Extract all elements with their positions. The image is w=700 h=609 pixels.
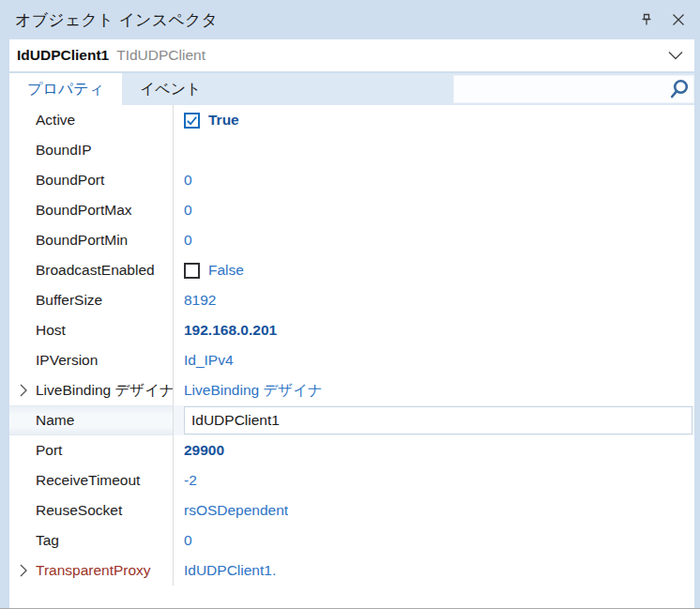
property-name-cell[interactable]: BoundPortMin <box>9 225 174 255</box>
property-value-cell[interactable]: LiveBinding デザイナ <box>174 375 694 405</box>
property-value: 29900 <box>184 442 224 459</box>
property-row[interactable]: TransparentProxyIdUDPClient1. <box>9 556 694 586</box>
property-row[interactable]: BoundPortMax0 <box>9 195 694 225</box>
checkbox-unchecked-icon[interactable] <box>184 263 200 279</box>
property-name: BoundPortMax <box>36 202 132 219</box>
property-row[interactable]: Host192.168.0.201 <box>9 315 694 345</box>
property-name: BufferSize <box>36 292 102 309</box>
property-value-cell[interactable]: 0 <box>174 195 694 225</box>
property-name: BroadcastEnabled <box>36 262 155 279</box>
property-value-cell[interactable]: IdUDPClient1. <box>174 556 694 586</box>
checkbox-checked-icon[interactable] <box>184 113 200 129</box>
property-value: 8192 <box>184 292 216 309</box>
property-name-cell[interactable]: BufferSize <box>9 285 174 315</box>
close-icon[interactable] <box>670 11 687 28</box>
property-row[interactable]: ActiveTrue <box>9 105 694 135</box>
property-value-cell[interactable]: 0 <box>174 225 694 255</box>
property-grid: ActiveTrueBoundIPBoundPort0BoundPortMax0… <box>9 105 694 608</box>
search-box <box>453 75 694 103</box>
property-row[interactable]: IPVersionId_IPv4 <box>9 345 694 375</box>
property-name: ReceiveTimeout <box>36 472 140 489</box>
property-value: True <box>208 112 239 129</box>
property-value-cell[interactable]: 192.168.0.201 <box>174 315 694 345</box>
search-icon[interactable] <box>665 77 693 101</box>
property-name-cell[interactable]: Tag <box>9 525 174 556</box>
component-type-name: TIdUDPClient <box>116 47 205 64</box>
property-row[interactable]: Port29900 <box>9 435 694 465</box>
property-row[interactable]: ReuseSocketrsOSDependent <box>9 495 694 525</box>
property-row[interactable]: BoundPort0 <box>9 165 694 195</box>
property-value-cell[interactable]: True <box>174 105 694 135</box>
pin-icon[interactable] <box>638 11 655 28</box>
property-name: Active <box>36 112 75 129</box>
property-value: Id_IPv4 <box>184 352 234 369</box>
object-inspector-panel: オブジェクト インスペクタ IdUDPClient1 TIdUDPClient <box>0 0 700 609</box>
property-name: TransparentProxy <box>36 562 151 579</box>
property-name-cell[interactable]: Port <box>9 435 174 465</box>
property-value-cell[interactable]: 8192 <box>174 285 694 315</box>
panel-title: オブジェクト インスペクタ <box>15 9 218 31</box>
dropdown-chevron-icon[interactable] <box>666 50 685 61</box>
property-value-cell[interactable]: 0 <box>174 165 694 195</box>
property-name-cell[interactable]: ReceiveTimeout <box>9 465 174 495</box>
property-row[interactable]: BoundIP <box>9 135 694 165</box>
property-value: rsOSDependent <box>184 502 288 519</box>
property-row[interactable]: ReceiveTimeout-2 <box>9 465 694 495</box>
property-name: BoundIP <box>36 142 91 159</box>
component-instance-name: IdUDPClient1 <box>17 47 109 64</box>
property-name-cell[interactable]: BoundPortMax <box>9 195 174 225</box>
property-row[interactable]: BufferSize8192 <box>9 285 694 315</box>
property-value-cell[interactable] <box>174 405 694 435</box>
property-name-cell[interactable]: Active <box>9 105 174 135</box>
property-name-cell[interactable]: BoundIP <box>9 135 174 165</box>
expand-chevron-icon[interactable] <box>19 563 28 578</box>
property-value-input[interactable] <box>184 406 692 434</box>
tab-properties[interactable]: プロパティ <box>9 73 122 105</box>
property-name-cell[interactable]: BoundPort <box>9 165 174 195</box>
property-row[interactable]: Tag0 <box>9 525 694 556</box>
property-name-cell[interactable]: Host <box>9 315 174 345</box>
property-value: 192.168.0.201 <box>184 322 277 339</box>
property-name-cell[interactable]: Name <box>9 405 174 435</box>
property-name-cell[interactable]: ReuseSocket <box>9 495 174 525</box>
property-row[interactable]: BroadcastEnabledFalse <box>9 255 694 285</box>
property-value: -2 <box>184 472 197 489</box>
component-selector[interactable]: IdUDPClient1 TIdUDPClient <box>9 39 694 71</box>
property-name: Host <box>36 322 66 339</box>
tab-events[interactable]: イベント <box>122 73 220 105</box>
property-name: BoundPort <box>36 172 104 189</box>
property-value-cell[interactable]: rsOSDependent <box>174 495 694 525</box>
titlebar: オブジェクト インスペクタ <box>0 0 700 39</box>
property-value-cell[interactable]: Id_IPv4 <box>174 345 694 375</box>
property-name-cell[interactable]: TransparentProxy <box>9 556 174 586</box>
property-name: Name <box>36 412 74 429</box>
property-name: Tag <box>36 532 59 549</box>
panel-body: IdUDPClient1 TIdUDPClient プロパティ イベント <box>0 39 700 608</box>
property-name-cell[interactable]: BroadcastEnabled <box>9 255 174 285</box>
property-name: BoundPortMin <box>36 232 128 249</box>
tabbar: プロパティ イベント <box>9 73 694 105</box>
property-name: LiveBinding デザイナ <box>36 381 174 401</box>
expand-chevron-icon[interactable] <box>19 383 28 398</box>
property-row[interactable]: LiveBinding デザイナLiveBinding デザイナ <box>9 375 694 405</box>
titlebar-icons <box>638 11 687 28</box>
property-value: False <box>208 262 244 279</box>
property-row[interactable]: Name <box>9 405 694 435</box>
property-name: Port <box>36 442 62 459</box>
property-value-cell[interactable]: 29900 <box>174 435 694 465</box>
property-value: 0 <box>184 532 192 549</box>
property-name: ReuseSocket <box>36 502 122 519</box>
property-value-cell[interactable]: 0 <box>174 525 694 556</box>
property-value: IdUDPClient1. <box>184 562 276 579</box>
property-value: 0 <box>184 172 192 189</box>
property-value-cell[interactable]: False <box>174 255 694 285</box>
property-value: LiveBinding デザイナ <box>184 381 323 401</box>
property-value-cell[interactable] <box>174 135 694 165</box>
property-value: 0 <box>184 232 192 249</box>
property-value-cell[interactable]: -2 <box>174 465 694 495</box>
property-value: 0 <box>184 202 192 219</box>
property-row[interactable]: BoundPortMin0 <box>9 225 694 255</box>
property-name-cell[interactable]: LiveBinding デザイナ <box>9 375 174 405</box>
property-name-cell[interactable]: IPVersion <box>9 345 174 375</box>
search-input[interactable] <box>454 76 665 102</box>
